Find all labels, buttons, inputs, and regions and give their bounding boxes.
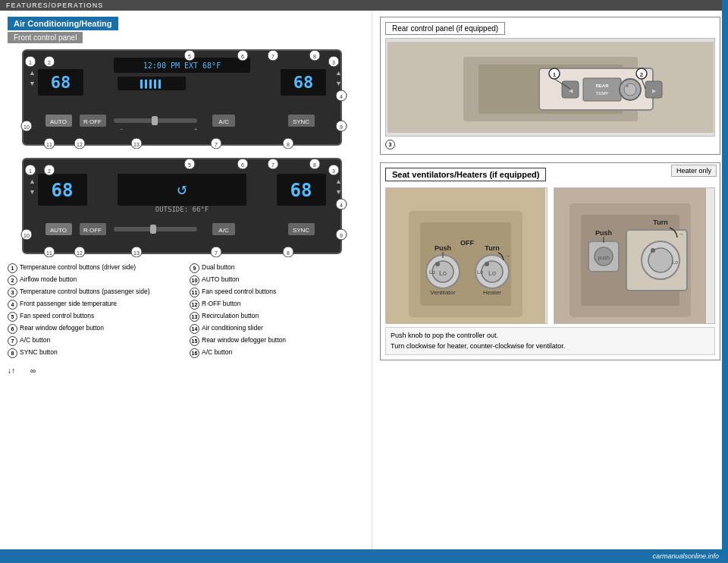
- control-panel-1: 68 12:00 PM EXT 68°F ▌▌▌▌▌ 68 ▲ ▼ ▲ ▼: [8, 46, 364, 150]
- marker-5: 5: [8, 312, 17, 322]
- svg-text:11: 11: [46, 142, 52, 147]
- desc-text-10: AUTO button: [202, 275, 239, 285]
- marker-14: 14: [190, 324, 199, 334]
- svg-text:AUTO: AUTO: [50, 118, 67, 125]
- svg-point-137: [485, 262, 489, 266]
- bottom-icon-arrows: ↓↑: [8, 366, 15, 375]
- watermark-text: carmanualsonline.info: [652, 552, 719, 560]
- svg-rect-117: [583, 78, 621, 101]
- svg-point-133: [435, 262, 440, 266]
- svg-text:8: 8: [313, 162, 316, 168]
- desc-text-14: Air conditioning slider: [202, 324, 263, 334]
- marker-16: 16: [190, 348, 199, 358]
- header-title: FEATURES/OPERATIONS: [6, 2, 103, 9]
- marker-7: 7: [8, 336, 17, 346]
- svg-text:68: 68: [51, 73, 71, 92]
- svg-text:12: 12: [77, 250, 83, 256]
- desc-text-4: Front passenger side temperature: [20, 300, 117, 310]
- desc-item-5: 5 Fan speed control buttons: [8, 312, 182, 322]
- svg-text:1: 1: [552, 71, 556, 78]
- section-title-front: Front control panel: [8, 32, 83, 43]
- svg-text:Lo: Lo: [672, 259, 678, 265]
- desc-item-1: 1 Temperature control buttons (driver si…: [8, 263, 182, 273]
- section-title-ac: Air Conditioning/Heating: [8, 17, 118, 30]
- desc-text-12: R·OFF button: [202, 300, 241, 310]
- svg-text:−: −: [120, 127, 123, 132]
- rear-panel-image: 1 2 ◀ REAR TEMP: [385, 38, 715, 137]
- svg-text:68: 68: [290, 180, 312, 201]
- svg-text:9: 9: [340, 124, 343, 130]
- seat-left-svg: Lo Lo Push OFF Turn: [386, 188, 545, 324]
- svg-text:R·OFF: R·OFF: [83, 227, 102, 234]
- svg-text:A/C: A/C: [218, 118, 229, 125]
- marker-8: 8: [8, 348, 17, 358]
- svg-text:8: 8: [287, 250, 290, 256]
- marker-2: 2: [8, 275, 17, 285]
- svg-text:8: 8: [287, 142, 290, 147]
- svg-text:1: 1: [29, 60, 32, 65]
- svg-text:▼: ▼: [335, 80, 342, 87]
- seat-section: Seat ventilators/Heaters (if equipped) H…: [380, 162, 720, 360]
- svg-rect-72: [150, 225, 156, 234]
- seat-right-image: push Push Lo Turn: [554, 187, 716, 324]
- rear-panel-title: Rear control panel (if equipped): [385, 22, 505, 35]
- svg-point-122: [626, 84, 629, 87]
- seat-note-box: Push knob to pop the controller out. Tur…: [385, 327, 715, 355]
- svg-text:OFF: OFF: [460, 239, 474, 247]
- note-line-1: Push knob to pop the controller out.: [391, 331, 710, 341]
- seat-images-row: Lo Lo Push OFF Turn: [385, 187, 715, 324]
- desc-text-7: A/C button: [20, 336, 50, 346]
- svg-text:12:00 PM  EXT 68°F: 12:00 PM EXT 68°F: [143, 61, 221, 70]
- svg-text:5: 5: [188, 54, 191, 59]
- bottom-icons: ↓↑ ∞: [8, 366, 364, 375]
- svg-text:Turn: Turn: [485, 244, 499, 252]
- marker-11: 11: [190, 288, 199, 297]
- desc-text-3: Temperature control buttons (passenger s…: [20, 288, 150, 297]
- svg-text:Turn: Turn: [653, 219, 667, 226]
- svg-text:↺: ↺: [177, 179, 187, 198]
- svg-text:3: 3: [332, 168, 335, 174]
- desc-text-16: A/C button: [202, 348, 232, 358]
- svg-text:10: 10: [24, 233, 30, 238]
- svg-text:▼: ▼: [335, 188, 342, 196]
- svg-text:AUTO: AUTO: [50, 227, 67, 234]
- description-list: 1 Temperature control buttons (driver si…: [8, 263, 364, 360]
- svg-text:7: 7: [215, 250, 218, 256]
- svg-text:9: 9: [340, 233, 343, 238]
- svg-text:+: +: [194, 127, 197, 132]
- page-header: FEATURES/OPERATIONS: [0, 0, 728, 11]
- desc-text-9: Dual button: [202, 263, 234, 273]
- desc-text-1: Temperature control buttons (driver side…: [20, 263, 136, 273]
- desc-item-15: 15 Rear window defogger button: [190, 336, 364, 346]
- svg-text:▌▌▌▌▌: ▌▌▌▌▌: [140, 79, 163, 89]
- svg-text:68: 68: [293, 73, 314, 92]
- svg-text:▲: ▲: [29, 178, 36, 185]
- svg-text:4: 4: [340, 94, 343, 99]
- svg-text:→: →: [505, 253, 510, 259]
- svg-text:3: 3: [332, 60, 335, 65]
- desc-item-16: 16 A/C button: [190, 348, 364, 358]
- marker-9: 9: [190, 263, 199, 273]
- svg-text:Lo: Lo: [429, 269, 435, 275]
- marker-12: 12: [190, 300, 199, 310]
- svg-text:Ventilator: Ventilator: [430, 289, 456, 296]
- svg-text:1: 1: [29, 168, 32, 174]
- svg-text:8: 8: [313, 54, 316, 59]
- desc-text-13: Recirculation button: [202, 312, 259, 322]
- svg-text:Heater: Heater: [483, 289, 501, 296]
- svg-text:▼: ▼: [29, 80, 36, 87]
- svg-text:Lo: Lo: [477, 269, 483, 275]
- svg-text:13: 13: [133, 142, 140, 147]
- svg-text:4: 4: [340, 203, 343, 208]
- svg-text:7: 7: [271, 162, 275, 168]
- desc-item-6: 6 Rear window defogger button: [8, 324, 182, 334]
- svg-text:R·OFF: R·OFF: [83, 118, 102, 125]
- svg-point-158: [651, 248, 655, 253]
- svg-text:OUTSIDE: 66°F: OUTSIDE: 66°F: [155, 206, 209, 213]
- marker-10: 10: [190, 275, 199, 285]
- svg-text:▲: ▲: [29, 69, 36, 77]
- desc-item-9: 9 Dual button: [190, 263, 364, 273]
- svg-text:68: 68: [52, 180, 74, 201]
- svg-text:TEMP: TEMP: [595, 91, 608, 96]
- desc-item-12: 12 R·OFF button: [190, 300, 364, 310]
